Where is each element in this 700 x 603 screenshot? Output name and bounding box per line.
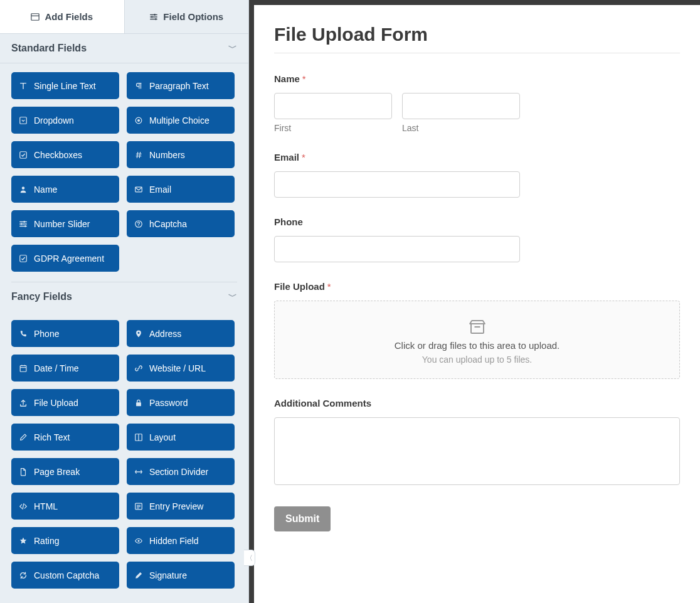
layout-icon <box>134 433 143 442</box>
label-text: File Upload <box>274 281 325 292</box>
field-phone[interactable]: Phone <box>11 320 119 347</box>
form-field-name[interactable]: Name* First Last <box>274 73 680 133</box>
field-button-label: GDPR Agreement <box>34 253 104 264</box>
field-section-divider[interactable]: Section Divider <box>127 458 235 485</box>
tab-field-options[interactable]: Field Options <box>125 0 249 33</box>
check-icon <box>19 254 28 263</box>
lock-icon <box>134 398 143 407</box>
paragraph-icon <box>134 82 143 90</box>
field-label: Name* <box>274 73 680 84</box>
form-field-email[interactable]: Email* <box>274 152 680 198</box>
upload-box-icon <box>468 318 487 336</box>
form-field-file-upload[interactable]: File Upload* Click or drag files to this… <box>274 281 680 379</box>
standard-field-grid: Single Line TextParagraph TextDropdownMu… <box>0 63 248 278</box>
first-name-input[interactable] <box>274 93 392 119</box>
file-upload-dropzone[interactable]: Click or drag files to this area to uplo… <box>274 301 680 379</box>
field-button-label: Phone <box>34 329 59 339</box>
field-button-label: Signature <box>149 570 187 580</box>
field-email[interactable]: Email <box>127 176 235 203</box>
sub-label-first: First <box>274 123 392 133</box>
field-multiple-choice[interactable]: Multiple Choice <box>127 107 235 134</box>
section-standard-fields[interactable]: Standard Fields ﹀ <box>0 34 248 63</box>
field-button-label: Paragraph Text <box>149 81 209 91</box>
required-asterisk: * <box>327 281 331 292</box>
text-icon <box>19 82 28 90</box>
divider-icon <box>134 467 143 476</box>
field-date-time[interactable]: Date / Time <box>11 355 119 382</box>
field-page-break[interactable]: Page Break <box>11 458 119 485</box>
field-button-label: Page Break <box>34 467 80 477</box>
field-paragraph-text[interactable]: Paragraph Text <box>127 72 235 99</box>
field-entry-preview[interactable]: Entry Preview <box>127 493 235 520</box>
chevron-down-icon: ﹀ <box>228 43 237 54</box>
last-name-input[interactable] <box>402 93 520 119</box>
chevron-down-icon: ﹀ <box>228 291 237 302</box>
field-button-label: Password <box>149 398 188 408</box>
sidebar-tabs: Add Fields Field Options <box>0 0 248 34</box>
field-button-label: Section Divider <box>149 467 208 477</box>
sidebar-collapse-handle[interactable]: 〈 <box>244 550 255 566</box>
field-button-label: hCaptcha <box>149 219 187 229</box>
field-button-label: Dropdown <box>34 115 74 125</box>
form-field-comments[interactable]: Additional Comments <box>274 398 680 488</box>
field-button-label: Numbers <box>149 150 185 160</box>
field-button-label: Entry Preview <box>149 501 203 511</box>
field-single-line-text[interactable]: Single Line Text <box>11 72 119 99</box>
label-text: Name <box>274 73 300 84</box>
field-button-label: Multiple Choice <box>149 115 209 125</box>
field-button-label: Email <box>149 184 171 195</box>
section-fancy-fields[interactable]: Fancy Fields ﹀ <box>0 282 248 311</box>
field-layout[interactable]: Layout <box>127 424 235 451</box>
field-button-label: Layout <box>149 432 176 442</box>
field-signature[interactable]: Signature <box>127 562 235 589</box>
link-icon <box>134 364 143 373</box>
label-text: Email <box>274 152 299 163</box>
fancy-field-grid: PhoneAddressDate / TimeWebsite / URLFile… <box>0 311 248 595</box>
phone-icon <box>19 329 28 338</box>
refresh-icon <box>19 571 28 580</box>
caret-square-icon <box>19 116 28 125</box>
field-dropdown[interactable]: Dropdown <box>11 107 119 134</box>
phone-input[interactable] <box>274 236 520 262</box>
field-hidden-field[interactable]: Hidden Field <box>127 527 235 554</box>
field-checkboxes[interactable]: Checkboxes <box>11 141 119 168</box>
form-canvas-wrap: File Upload Form Name* First Last <box>249 0 700 603</box>
form-canvas[interactable]: File Upload Form Name* First Last <box>254 5 700 603</box>
field-button-label: Name <box>34 184 57 195</box>
field-file-upload[interactable]: File Upload <box>11 389 119 416</box>
field-hcaptcha[interactable]: hCaptcha <box>127 210 235 237</box>
submit-button[interactable]: Submit <box>274 506 331 531</box>
mail-icon <box>134 185 143 194</box>
required-asterisk: * <box>302 152 305 163</box>
sidebar-scroll[interactable]: Standard Fields ﹀ Single Line TextParagr… <box>0 34 248 603</box>
field-password[interactable]: Password <box>127 389 235 416</box>
field-custom-captcha[interactable]: Custom Captcha <box>11 562 119 589</box>
field-numbers[interactable]: Numbers <box>127 141 235 168</box>
field-html[interactable]: HTML <box>11 493 119 520</box>
upload-hint-sub: You can upload up to 5 files. <box>422 355 532 365</box>
field-name[interactable]: Name <box>11 176 119 203</box>
section-title: Standard Fields <box>11 43 87 54</box>
sliders-icon <box>149 13 158 21</box>
email-input[interactable] <box>274 171 520 198</box>
field-number-slider[interactable]: Number Slider <box>11 210 119 237</box>
field-rich-text[interactable]: Rich Text <box>11 424 119 451</box>
comments-textarea[interactable] <box>274 417 680 485</box>
field-website-url[interactable]: Website / URL <box>127 355 235 382</box>
hash-icon <box>134 151 143 159</box>
tab-add-fields[interactable]: Add Fields <box>0 0 125 33</box>
radio-icon <box>134 116 143 125</box>
field-label: File Upload* <box>274 281 680 292</box>
field-rating[interactable]: Rating <box>11 527 119 554</box>
field-address[interactable]: Address <box>127 320 235 347</box>
field-gdpr-agreement[interactable]: GDPR Agreement <box>11 245 119 272</box>
user-icon <box>19 185 28 194</box>
tab-label: Field Options <box>163 11 223 22</box>
field-button-label: Rich Text <box>34 432 70 442</box>
field-label: Email* <box>274 152 680 163</box>
form-field-phone[interactable]: Phone <box>274 216 680 262</box>
pen-icon <box>134 571 143 580</box>
section-title: Fancy Fields <box>11 291 72 302</box>
chevron-left-icon: 〈 <box>246 553 253 563</box>
upload-icon <box>19 398 28 407</box>
